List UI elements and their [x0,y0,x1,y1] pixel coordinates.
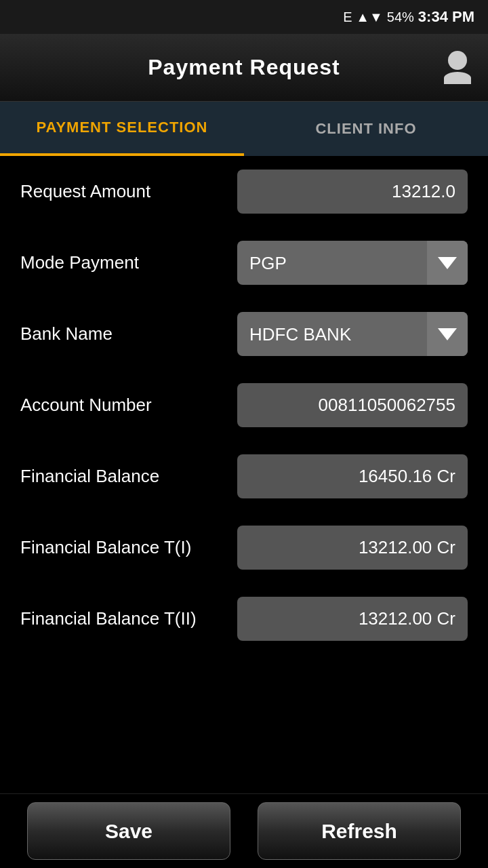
financial-balance-tii-input[interactable] [237,597,468,641]
request-amount-row: Request Amount [20,170,468,214]
request-amount-label: Request Amount [20,181,156,202]
header: Payment Request [0,34,488,102]
status-icons: E ▲▼ 54% 3:34 PM [343,8,474,26]
financial-balance-row: Financial Balance [20,454,468,498]
content-area: Request Amount Mode Payment PGP Bank Nam… [0,156,488,770]
refresh-button[interactable]: Refresh [258,802,461,860]
account-number-row: Account Number [20,383,468,427]
tab-client-info[interactable]: CLIENT INFO [244,102,488,156]
avatar-head [448,51,467,70]
bank-name-select-wrapper[interactable]: HDFC BANK [237,312,468,356]
bank-name-select[interactable]: HDFC BANK [237,312,468,356]
mode-payment-row: Mode Payment PGP [20,241,468,285]
financial-balance-tii-row: Financial Balance T(II) [20,597,468,641]
financial-balance-tii-label: Financial Balance T(II) [20,608,197,629]
avatar-body [444,72,471,84]
bank-name-row: Bank Name HDFC BANK [20,312,468,356]
financial-balance-input[interactable] [237,454,468,498]
mode-payment-select[interactable]: PGP [237,241,468,285]
account-number-label: Account Number [20,395,156,416]
avatar[interactable] [441,51,474,85]
tabs-container: PAYMENT SELECTION CLIENT INFO [0,102,488,156]
status-bar: E ▲▼ 54% 3:34 PM [0,0,488,34]
financial-balance-ti-row: Financial Balance T(I) [20,526,468,570]
button-row: Save Refresh [0,793,488,868]
financial-balance-label: Financial Balance [20,466,159,487]
page-title: Payment Request [148,55,340,80]
request-amount-input[interactable] [237,170,468,214]
signal-icon: E ▲▼ [343,9,383,25]
tab-payment-selection[interactable]: PAYMENT SELECTION [0,102,244,156]
mode-payment-label: Mode Payment [20,252,156,273]
account-number-input[interactable] [237,383,468,427]
financial-balance-ti-label: Financial Balance T(I) [20,537,191,558]
financial-balance-ti-input[interactable] [237,526,468,570]
bank-name-label: Bank Name [20,323,156,344]
mode-payment-select-wrapper[interactable]: PGP [237,241,468,285]
time-text: 3:34 PM [418,8,474,26]
battery-text: 54% [387,9,414,25]
tab-client-info-label: CLIENT INFO [315,120,416,138]
tab-payment-selection-label: PAYMENT SELECTION [37,119,208,136]
save-button[interactable]: Save [27,802,230,860]
